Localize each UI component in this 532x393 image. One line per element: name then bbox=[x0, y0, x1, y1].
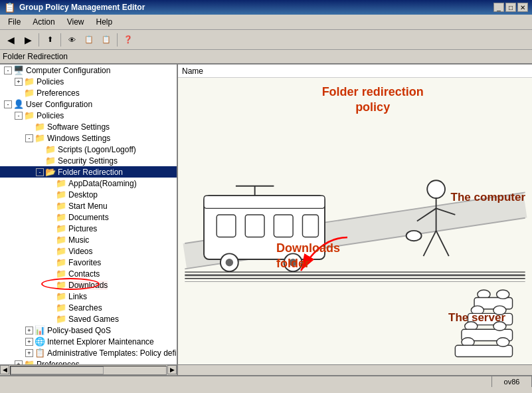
tree-item-preferences-cc[interactable]: 📁 Preferences bbox=[0, 87, 177, 98]
expand-policy-qos[interactable]: + bbox=[25, 327, 33, 334]
scroll-thumb[interactable] bbox=[11, 366, 104, 374]
tree-item-videos[interactable]: 📁 Videos bbox=[0, 245, 177, 257]
status-bar: ov86 bbox=[0, 375, 532, 387]
tree-item-ie-maintenance[interactable]: + 🌐 Internet Explorer Maintenance bbox=[0, 336, 177, 347]
policies-cc-icon: 📁 bbox=[24, 76, 35, 86]
main-area: - 🖥️ Computer Configuration + 📁 Policies… bbox=[0, 65, 532, 364]
desktop-label: Desktop bbox=[68, 190, 98, 199]
expand-computer-config[interactable]: - bbox=[4, 66, 12, 74]
scroll-track[interactable] bbox=[10, 366, 167, 375]
forward-button[interactable]: ▶ bbox=[20, 33, 36, 47]
scroll-right-btn[interactable]: ▶ bbox=[167, 365, 177, 374]
svg-point-8 bbox=[226, 259, 233, 266]
expand-user-config[interactable]: - bbox=[4, 100, 12, 108]
scroll-left-btn[interactable]: ◀ bbox=[0, 365, 9, 374]
svg-point-34 bbox=[497, 338, 509, 346]
filter-button[interactable]: 📋 bbox=[81, 33, 97, 47]
tree-item-preferences-uc[interactable]: + 📁 Preferences bbox=[0, 358, 177, 364]
maximize-button[interactable]: □ bbox=[505, 3, 516, 12]
tree-item-user-config[interactable]: - 👤 User Configuration bbox=[0, 98, 177, 110]
options-button[interactable]: 📋 bbox=[98, 33, 114, 47]
svg-rect-33 bbox=[455, 345, 512, 356]
tree-item-contacts[interactable]: 📁 Contacts bbox=[0, 268, 177, 279]
tree-item-pictures[interactable]: 📁 Pictures bbox=[0, 223, 177, 234]
tree-item-windows-settings[interactable]: - 📁 Windows Settings bbox=[0, 132, 177, 144]
tree-item-admin-templates[interactable]: + 📋 Administrative Templates: Policy def… bbox=[0, 347, 177, 358]
close-button[interactable]: ✕ bbox=[517, 3, 528, 12]
saved-games-label: Saved Games bbox=[68, 315, 119, 324]
back-button[interactable]: ◀ bbox=[3, 33, 19, 47]
expand-policies-uc[interactable]: - bbox=[15, 112, 23, 120]
menu-file[interactable]: File bbox=[3, 16, 26, 28]
address-bar: Folder Redirection bbox=[0, 50, 532, 65]
admin-templates-icon: 📋 bbox=[35, 348, 45, 358]
tree-item-policies-uc[interactable]: - 📁 Policies bbox=[0, 110, 177, 121]
status-right: ov86 bbox=[492, 376, 532, 387]
expand-admin-templates[interactable]: + bbox=[25, 349, 33, 357]
windows-settings-label: Windows Settings bbox=[47, 134, 110, 143]
tree-item-policy-qos[interactable]: + 📊 Policy-based QoS bbox=[0, 325, 177, 336]
expand-windows-settings[interactable]: - bbox=[25, 134, 33, 142]
status-version: ov86 bbox=[504, 378, 520, 386]
expand-folder-redirection[interactable]: - bbox=[36, 168, 44, 176]
windows-settings-icon: 📁 bbox=[35, 133, 45, 143]
preferences-uc-label: Preferences bbox=[37, 360, 80, 365]
tree-pane[interactable]: - 🖥️ Computer Configuration + 📁 Policies… bbox=[0, 65, 178, 364]
window-title: Group Policy Management Editor bbox=[19, 3, 145, 12]
preferences-cc-label: Preferences bbox=[37, 88, 80, 98]
tree-item-appdata[interactable]: 📁 AppData(Roaming) bbox=[0, 178, 177, 189]
start-menu-icon: 📁 bbox=[56, 201, 66, 211]
appdata-icon: 📁 bbox=[56, 178, 66, 188]
policies-uc-label: Policies bbox=[37, 111, 64, 120]
help-button[interactable]: ❓ bbox=[120, 33, 136, 47]
expand-preferences-uc[interactable]: + bbox=[15, 360, 23, 365]
tree-item-links[interactable]: 📁 Links bbox=[0, 291, 177, 302]
scrollbar-area[interactable]: ◀ ▶ bbox=[0, 364, 532, 375]
tree-item-scripts[interactable]: 📁 Scripts (Logon/Logoff) bbox=[0, 144, 177, 155]
computer-config-icon: 🖥️ bbox=[13, 65, 24, 75]
diagram-computer-label: The computer bbox=[451, 191, 525, 204]
menu-view[interactable]: View bbox=[62, 16, 90, 28]
tree-item-software-settings[interactable]: 📁 Software Settings bbox=[0, 121, 177, 132]
policy-qos-label: Policy-based QoS bbox=[47, 326, 111, 335]
ie-maintenance-label: Internet Explorer Maintenance bbox=[47, 337, 154, 346]
tree-item-music[interactable]: 📁 Music bbox=[0, 234, 177, 245]
policies-uc-icon: 📁 bbox=[24, 110, 35, 120]
menu-help[interactable]: Help bbox=[91, 16, 118, 28]
tree-item-policies-cc[interactable]: + 📁 Policies bbox=[0, 76, 177, 87]
app-icon: 📋 bbox=[4, 2, 15, 13]
tree-item-folder-redirection[interactable]: - 📂 Folder Redirection bbox=[0, 166, 177, 178]
expand-policies-cc[interactable]: + bbox=[15, 78, 23, 86]
software-settings-icon: 📁 bbox=[35, 122, 45, 132]
policy-qos-icon: 📊 bbox=[35, 325, 45, 335]
documents-icon: 📁 bbox=[56, 212, 66, 222]
minimize-button[interactable]: _ bbox=[493, 3, 504, 12]
security-settings-label: Security Settings bbox=[58, 156, 118, 166]
tree-scrollbar[interactable]: ◀ ▶ bbox=[0, 365, 178, 376]
show-hide-button[interactable]: 👁 bbox=[64, 33, 80, 47]
security-settings-icon: 📁 bbox=[45, 156, 56, 166]
menu-action[interactable]: Action bbox=[27, 16, 60, 28]
up-button[interactable]: ⬆ bbox=[42, 33, 58, 47]
title-bar-left: 📋 Group Policy Management Editor bbox=[4, 2, 145, 13]
tree-item-searches[interactable]: 📁 Searches bbox=[0, 302, 177, 313]
tree-item-downloads[interactable]: 📁 Downloads bbox=[0, 279, 177, 291]
links-icon: 📁 bbox=[56, 291, 66, 301]
tree-item-computer-config[interactable]: - 🖥️ Computer Configuration bbox=[0, 65, 177, 76]
documents-label: Documents bbox=[68, 213, 109, 222]
saved-games-icon: 📁 bbox=[56, 314, 66, 324]
svg-point-22 bbox=[406, 231, 422, 241]
tree-item-security-settings[interactable]: 📁 Security Settings bbox=[0, 155, 177, 166]
expand-ie-maintenance[interactable]: + bbox=[25, 338, 33, 346]
tree-item-desktop[interactable]: 📁 Desktop bbox=[0, 189, 177, 200]
diagram-server-label: The server bbox=[448, 311, 505, 325]
diagram-area: Folder redirection policy The computer T… bbox=[178, 78, 532, 364]
tree-item-start-menu[interactable]: 📁 Start Menu bbox=[0, 200, 177, 211]
admin-templates-label: Administrative Templates: Policy defir bbox=[47, 348, 178, 358]
svg-point-16 bbox=[427, 180, 445, 198]
tree-item-favorites[interactable]: 📁 Favorites bbox=[0, 257, 177, 268]
pictures-label: Pictures bbox=[68, 224, 97, 233]
tree-item-documents[interactable]: 📁 Documents bbox=[0, 211, 177, 223]
tree-item-saved-games[interactable]: 📁 Saved Games bbox=[0, 313, 177, 325]
window-controls[interactable]: _ □ ✕ bbox=[493, 3, 528, 12]
